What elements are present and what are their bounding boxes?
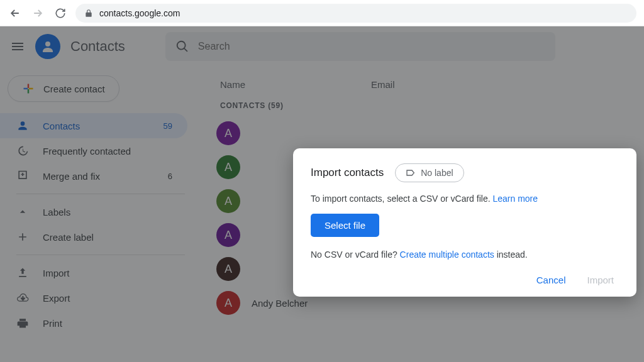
address-bar[interactable]: contacts.google.com (75, 4, 636, 23)
dialog-subtext: No CSV or vCard file? Create multiple co… (311, 250, 619, 260)
create-multiple-link[interactable]: Create multiple contacts (400, 250, 494, 260)
label-icon (406, 168, 416, 178)
arrow-right-icon (31, 7, 44, 19)
dialog-actions: Cancel Import (311, 275, 619, 285)
dialog-title: Import contacts (311, 167, 384, 179)
body-text: To import contacts, select a CSV or vCar… (311, 194, 492, 204)
app-container: Contacts Create contact Contacts 59 Freq… (0, 26, 644, 362)
browser-chrome: contacts.google.com (0, 0, 644, 26)
lock-icon (84, 9, 93, 18)
url-text: contacts.google.com (99, 8, 180, 18)
import-button: Import (587, 275, 614, 285)
dialog-body: To import contacts, select a CSV or vCar… (311, 194, 619, 204)
reload-icon (55, 8, 66, 19)
learn-more-link[interactable]: Learn more (492, 194, 538, 204)
sub-prefix: No CSV or vCard file? (311, 250, 400, 260)
forward-button[interactable] (30, 6, 45, 21)
import-dialog: Import contacts No label To import conta… (293, 148, 636, 297)
label-chip-text: No label (421, 168, 453, 178)
cancel-button[interactable]: Cancel (536, 275, 566, 285)
label-chip[interactable]: No label (395, 163, 464, 182)
dialog-header: Import contacts No label (311, 163, 619, 182)
select-file-button[interactable]: Select file (311, 214, 379, 237)
back-button[interactable] (8, 6, 23, 21)
arrow-left-icon (9, 7, 21, 19)
sub-suffix: instead. (494, 250, 528, 260)
reload-button[interactable] (53, 6, 68, 21)
